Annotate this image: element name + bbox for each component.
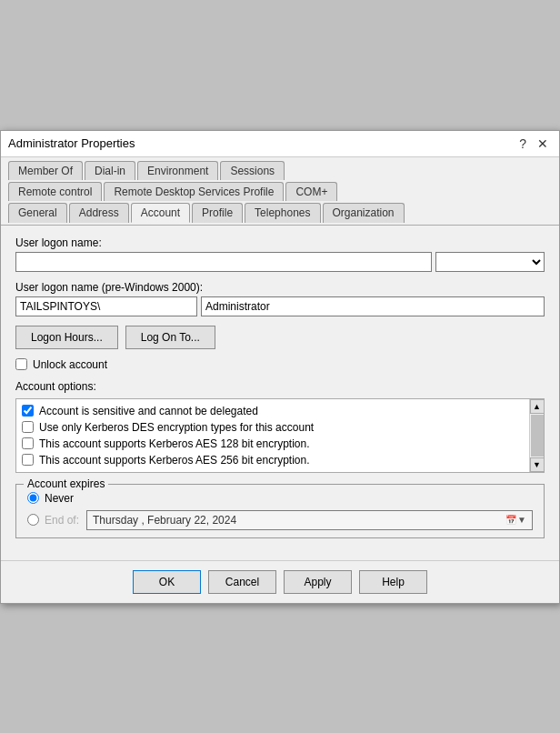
tab-general[interactable]: General xyxy=(8,203,67,223)
calendar-icon: 📅 xyxy=(505,515,516,525)
option-checkbox-2[interactable] xyxy=(22,437,34,449)
date-display: Thursday , February 22, 2024 xyxy=(91,514,504,527)
scroll-up-arrow[interactable]: ▲ xyxy=(530,399,545,414)
tab-account[interactable]: Account xyxy=(131,203,190,223)
date-input-container[interactable]: Thursday , February 22, 2024 📅 ▼ xyxy=(86,510,533,530)
end-of-radio[interactable] xyxy=(27,514,39,526)
unlock-account-row: Unlock account xyxy=(15,358,545,371)
tab-remote-control[interactable]: Remote control xyxy=(8,182,102,201)
account-expires-group: Account expires Never End of: Thursday ,… xyxy=(15,484,545,538)
option-label-1: Use only Kerberos DES encryption types f… xyxy=(39,421,314,434)
tab-environment[interactable]: Environment xyxy=(137,161,218,180)
dropdown-arrow-icon: ▼ xyxy=(517,515,526,525)
title-bar-buttons: ? ✕ xyxy=(515,136,552,151)
tabs-container: Member Of Dial-in Environment Sessions R… xyxy=(1,157,559,226)
dialog-footer: OK Cancel Apply Help xyxy=(1,560,559,603)
pre2000-inputs xyxy=(15,296,545,316)
ok-button[interactable]: OK xyxy=(133,570,201,594)
help-button[interactable]: ? xyxy=(515,136,530,151)
option-row-2: This account supports Kerberos AES 128 b… xyxy=(20,436,524,452)
tab-address[interactable]: Address xyxy=(69,203,129,223)
unlock-label: Unlock account xyxy=(33,358,107,371)
tab-sessions[interactable]: Sessions xyxy=(220,161,285,180)
help-footer-button[interactable]: Help xyxy=(359,570,427,594)
option-label-0: Account is sensitive and cannot be deleg… xyxy=(39,405,258,417)
apply-button[interactable]: Apply xyxy=(284,570,352,594)
tab-content: User logon name: User logon name (pre-Wi… xyxy=(1,226,559,560)
logon-domain-select[interactable] xyxy=(435,252,545,272)
unlock-checkbox[interactable] xyxy=(15,358,27,370)
option-row-3: This account supports Kerberos AES 256 b… xyxy=(20,452,524,468)
logon-name-input[interactable] xyxy=(15,252,432,272)
pre2000-username-input[interactable] xyxy=(201,296,545,316)
dialog: Administrator Properties ? ✕ Member Of D… xyxy=(0,130,560,604)
never-radio[interactable] xyxy=(27,492,39,504)
expires-legend: Account expires xyxy=(24,477,108,490)
option-checkbox-1[interactable] xyxy=(22,421,34,433)
tab-telephones[interactable]: Telephones xyxy=(245,203,320,223)
scroll-down-arrow[interactable]: ▼ xyxy=(530,457,545,472)
option-label-2: This account supports Kerberos AES 128 b… xyxy=(39,437,310,450)
pre2000-group: User logon name (pre-Windows 2000): xyxy=(15,281,545,316)
tab-rdp-profile[interactable]: Remote Desktop Services Profile xyxy=(104,182,284,201)
options-scrollbar[interactable]: ▲ ▼ xyxy=(529,399,544,472)
logon-name-inputs xyxy=(15,252,545,272)
dialog-title: Administrator Properties xyxy=(8,136,135,150)
end-of-label: End of: xyxy=(45,514,79,527)
options-list: Account is sensitive and cannot be deleg… xyxy=(20,403,540,468)
title-bar: Administrator Properties ? ✕ xyxy=(1,131,559,157)
pre2000-prefix-input[interactable] xyxy=(15,296,197,316)
tab-row-1: Member Of Dial-in Environment Sessions xyxy=(8,161,552,180)
close-button[interactable]: ✕ xyxy=(534,136,552,151)
account-options-label: Account options: xyxy=(15,380,545,393)
tab-com-plus[interactable]: COM+ xyxy=(285,182,337,201)
tab-organization[interactable]: Organization xyxy=(323,203,405,223)
never-label: Never xyxy=(45,492,74,505)
scroll-thumb[interactable] xyxy=(531,415,544,457)
logon-name-group: User logon name: xyxy=(15,236,545,272)
option-checkbox-3[interactable] xyxy=(22,454,34,466)
logon-to-button[interactable]: Log On To... xyxy=(125,326,215,349)
logon-name-label: User logon name: xyxy=(15,236,545,249)
pre2000-label: User logon name (pre-Windows 2000): xyxy=(15,281,545,294)
option-checkbox-0[interactable] xyxy=(22,405,34,417)
tab-member-of[interactable]: Member Of xyxy=(8,161,83,180)
tab-row-2: Remote control Remote Desktop Services P… xyxy=(8,182,552,201)
tab-row-3: General Address Account Profile Telephon… xyxy=(8,203,552,223)
option-row-1: Use only Kerberos DES encryption types f… xyxy=(20,419,524,436)
option-label-3: This account supports Kerberos AES 256 b… xyxy=(39,454,310,467)
tab-dial-in[interactable]: Dial-in xyxy=(85,161,135,180)
end-of-row: End of: Thursday , February 22, 2024 📅 ▼ xyxy=(27,510,533,530)
logon-buttons: Logon Hours... Log On To... xyxy=(15,326,545,349)
logon-hours-button[interactable]: Logon Hours... xyxy=(15,326,118,349)
tab-profile[interactable]: Profile xyxy=(192,203,243,223)
calendar-dropdown-button[interactable]: 📅 ▼ xyxy=(504,515,528,525)
cancel-button[interactable]: Cancel xyxy=(208,570,276,594)
end-of-radio-row: End of: xyxy=(27,514,79,527)
never-radio-row: Never xyxy=(27,492,533,505)
option-row-0: Account is sensitive and cannot be deleg… xyxy=(20,403,524,419)
account-options-box: Account is sensitive and cannot be deleg… xyxy=(15,398,545,473)
